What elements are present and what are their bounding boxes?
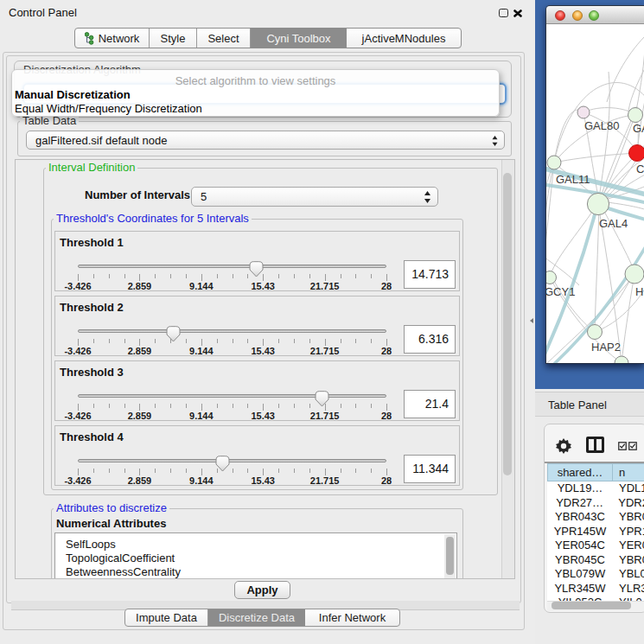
svg-text:GAL4: GAL4	[599, 217, 628, 230]
svg-text:GAL80: GAL80	[584, 119, 619, 132]
svg-text:H: H	[635, 285, 643, 298]
svg-text:GCY1: GCY1	[546, 285, 575, 298]
svg-text:GAL11: GAL11	[556, 173, 590, 186]
svg-text:GA: GA	[633, 122, 644, 135]
svg-text:C: C	[636, 163, 644, 175]
svg-text:HAP2: HAP2	[591, 341, 621, 354]
